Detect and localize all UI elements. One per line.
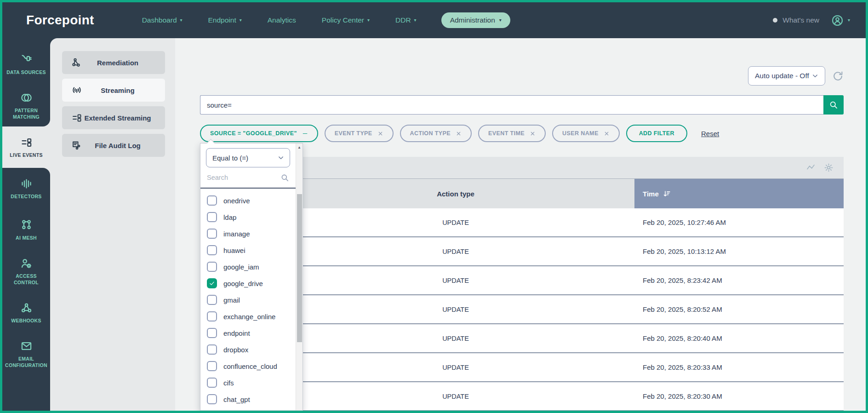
sidebar-item-ai-mesh[interactable]: AI MESH	[2, 209, 50, 251]
add-filter-button[interactable]: ADD FILTER	[626, 125, 687, 142]
chevron-down-icon	[811, 72, 819, 80]
sidebar-item-webhooks[interactable]: WEBHOOKS	[2, 292, 50, 333]
extended-streaming-icon	[71, 112, 82, 123]
filter-option-exchange_online[interactable]: exchange_online	[207, 308, 296, 325]
filter-option-imanage[interactable]: imanage	[207, 225, 296, 242]
reset-link[interactable]: Reset	[701, 130, 719, 138]
filter-chip-source[interactable]: SOURCE = "GOOGLE_DRIVE"	[200, 125, 318, 142]
close-icon[interactable]	[377, 131, 383, 137]
whats-new-link[interactable]: What's new	[782, 16, 819, 24]
filter-option-google_iam[interactable]: google_iam	[207, 258, 296, 275]
search-bar	[200, 95, 844, 115]
cell-action-type: UPDATE	[277, 208, 634, 236]
filter-chip-event-time[interactable]: EVENT TIME	[478, 125, 546, 142]
scrollbar-thumb[interactable]	[297, 194, 302, 342]
top-right-area: What's new ▾	[773, 14, 850, 27]
cell-time: Feb 20, 2025, 8:23:42 AM	[634, 266, 844, 294]
refresh-icon[interactable]	[832, 70, 844, 82]
search-button[interactable]	[823, 95, 844, 115]
cell-time: Feb 20, 2025, 8:20:30 AM	[634, 382, 844, 410]
filter-option-google_drive[interactable]: google_drive	[207, 275, 296, 292]
live-events-icon	[20, 136, 33, 149]
nav-item-administration[interactable]: Administration ▾	[441, 12, 510, 28]
checkbox[interactable]	[207, 229, 217, 239]
filter-option-confluence_cloud[interactable]: confluence_cloud	[207, 358, 296, 374]
close-icon[interactable]	[604, 131, 610, 137]
webhooks-icon	[20, 302, 33, 314]
filter-option-huawei[interactable]: huawei	[207, 242, 296, 258]
source-options-list: onedrive ldap imanage	[200, 189, 296, 410]
body-row: DATA SOURCES PATTERN MATCHING LIVE EVENT…	[2, 38, 866, 411]
subnav-item-extended-streaming[interactable]: Extended Streaming	[62, 106, 165, 129]
checkbox[interactable]	[207, 344, 217, 355]
filter-chip-action-type[interactable]: ACTION TYPE	[400, 125, 472, 142]
checkbox[interactable]	[207, 278, 217, 288]
tab-notch	[2, 119, 50, 126]
nav-item-analytics[interactable]: Analytics ▾	[268, 16, 296, 24]
subnav-item-remediation[interactable]: Remediation	[62, 51, 165, 74]
primary-sidebar: DATA SOURCES PATTERN MATCHING LIVE EVENT…	[2, 38, 50, 411]
checkbox[interactable]	[207, 295, 217, 305]
filter-option-partial[interactable]	[207, 407, 296, 410]
filter-bar: SOURCE = "GOOGLE_DRIVE" EVENT TYPE ACTIO…	[200, 125, 844, 142]
filter-chips: SOURCE = "GOOGLE_DRIVE" EVENT TYPE ACTIO…	[200, 125, 620, 142]
user-avatar-icon[interactable]	[831, 14, 844, 27]
filter-option-endpoint[interactable]: endpoint	[207, 325, 296, 341]
settings-gear-icon[interactable]	[824, 163, 834, 172]
query-input[interactable]	[200, 95, 823, 115]
update-row: Auto update - Off	[200, 66, 844, 86]
checkbox[interactable]	[207, 361, 217, 371]
checkbox[interactable]	[207, 311, 217, 321]
caret-down-icon: ▾	[180, 17, 183, 23]
streaming-icon	[71, 85, 82, 96]
sidebar-item-data-sources[interactable]: DATA SOURCES	[2, 44, 50, 85]
option-search-input[interactable]	[206, 169, 290, 186]
minus-icon[interactable]	[302, 131, 308, 137]
checkbox[interactable]	[207, 328, 217, 338]
checkbox[interactable]	[207, 378, 217, 388]
auto-update-select[interactable]: Auto update - Off	[748, 66, 825, 86]
scrollbar[interactable]: ▲	[296, 143, 303, 410]
sort-descending-icon[interactable]	[662, 189, 671, 198]
filter-chip-user-name[interactable]: USER NAME	[552, 125, 620, 142]
close-icon[interactable]	[530, 131, 536, 137]
app-window: Forcepoint Dashboard ▾ Endpoint ▾ Analyt…	[0, 0, 868, 413]
filter-option-onedrive[interactable]: onedrive	[207, 192, 296, 209]
subnav-item-streaming[interactable]: Streaming	[62, 79, 165, 102]
filter-option-dropbox[interactable]: dropbox	[207, 341, 296, 358]
check-icon	[209, 280, 215, 287]
checkbox[interactable]	[207, 394, 217, 404]
filter-option-ldap[interactable]: ldap	[207, 209, 296, 225]
nav-item-endpoint[interactable]: Endpoint ▾	[208, 16, 242, 24]
operator-select[interactable]: Equal to (=)	[206, 148, 290, 167]
sidebar-item-detectors[interactable]: DETECTORS	[2, 168, 50, 209]
search-icon	[280, 173, 289, 182]
sidebar-item-live-events[interactable]: LIVE EVENTS	[2, 126, 50, 168]
scroll-up-arrow[interactable]: ▲	[296, 143, 303, 149]
column-header-action-type[interactable]: Action type	[277, 179, 634, 208]
nav-item-ddr[interactable]: DDR ▾	[395, 16, 417, 24]
cell-action-type: UPDATE	[277, 382, 634, 410]
remediation-icon	[71, 57, 82, 68]
filter-option-chat_gpt[interactable]: chat_gpt	[207, 391, 296, 407]
checkbox[interactable]	[207, 245, 217, 255]
filter-option-cifs[interactable]: cifs	[207, 374, 296, 391]
column-header-time[interactable]: Time	[634, 179, 844, 208]
filter-option-gmail[interactable]: gmail	[207, 292, 296, 308]
cell-action-type: UPDATE	[277, 295, 634, 323]
checkbox[interactable]	[207, 212, 217, 222]
sidebar-item-email-configuration[interactable]: EMAIL CONFIGURATION	[2, 333, 50, 375]
checkbox[interactable]	[207, 195, 217, 206]
nav-item-policy-center[interactable]: Policy Center ▾	[322, 16, 370, 24]
caret-down-icon: ▾	[499, 17, 502, 23]
subnav-item-file-audit-log[interactable]: File Audit Log	[62, 134, 165, 157]
close-icon[interactable]	[456, 131, 462, 137]
sidebar-item-access-control[interactable]: ACCESS CONTROL	[2, 251, 50, 292]
trend-chart-icon[interactable]	[806, 163, 816, 172]
checkbox[interactable]	[207, 262, 217, 272]
detectors-icon	[20, 178, 33, 190]
cell-action-type: UPDATE	[277, 266, 634, 294]
nav-item-dashboard[interactable]: Dashboard ▾	[142, 16, 183, 24]
caret-down-icon[interactable]: ▾	[848, 17, 850, 23]
filter-chip-event-type[interactable]: EVENT TYPE	[325, 125, 394, 142]
